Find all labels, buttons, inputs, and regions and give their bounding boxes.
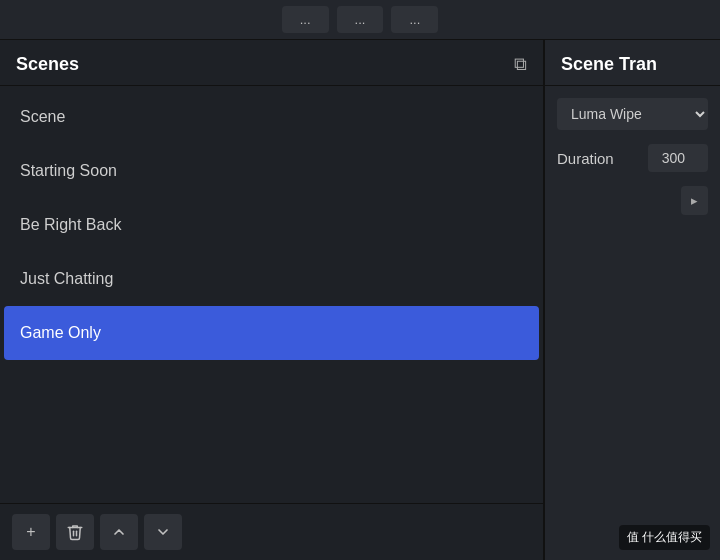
delete-scene-button[interactable] (56, 514, 94, 550)
add-scene-button[interactable]: + (12, 514, 50, 550)
scenes-panel-title: Scenes (16, 54, 79, 75)
scene-item-0[interactable]: Scene (4, 90, 539, 144)
transition-select[interactable]: Luma Wipe (557, 98, 708, 130)
transitions-title: Scene Tran (561, 54, 657, 74)
scenes-copy-icon[interactable]: ⧉ (514, 54, 527, 75)
top-bar-btn-1[interactable]: ... (282, 6, 329, 33)
duration-input[interactable] (648, 144, 708, 172)
main-layout: Scenes ⧉ Scene Starting Soon Be Right Ba… (0, 40, 720, 560)
scenes-toolbar: + (0, 503, 543, 560)
move-up-button[interactable] (100, 514, 138, 550)
transitions-content: Luma Wipe Duration ▸ (545, 86, 720, 227)
top-bar: ... ... ... (0, 0, 720, 40)
duration-row: Duration (557, 144, 708, 172)
scenes-list: Scene Starting Soon Be Right Back Just C… (0, 86, 543, 503)
scene-item-2[interactable]: Be Right Back (4, 198, 539, 252)
scene-item-4[interactable]: Game Only (4, 306, 539, 360)
scene-item-1[interactable]: Starting Soon (4, 144, 539, 198)
transitions-panel: Scene Tran Luma Wipe Duration ▸ (545, 40, 720, 560)
top-bar-btn-2[interactable]: ... (337, 6, 384, 33)
top-bar-btn-3[interactable]: ... (391, 6, 438, 33)
scenes-panel: Scenes ⧉ Scene Starting Soon Be Right Ba… (0, 40, 545, 560)
scenes-panel-header: Scenes ⧉ (0, 40, 543, 86)
move-down-button[interactable] (144, 514, 182, 550)
duration-label: Duration (557, 150, 638, 167)
transition-extra-button[interactable]: ▸ (681, 186, 708, 215)
scene-item-3[interactable]: Just Chatting (4, 252, 539, 306)
transitions-header: Scene Tran (545, 40, 720, 86)
